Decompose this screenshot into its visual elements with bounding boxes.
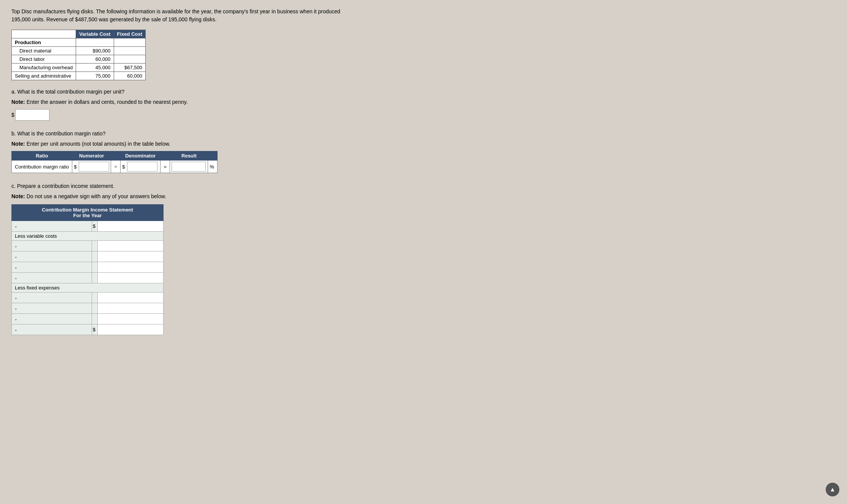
cm-ratio-result-cell — [170, 161, 208, 173]
chevron-down-icon: ⌄ — [14, 224, 17, 229]
cm-income-statement-table: Contribution Margin Income Statement For… — [11, 204, 164, 335]
mfg-overhead-fixed: $67,500 — [114, 64, 145, 72]
chevron-down-icon: ⌄ — [14, 316, 17, 321]
chevron-down-icon: ⌄ — [14, 306, 17, 311]
table-row-direct-labor: Direct labor 60,000 — [12, 55, 146, 64]
cm-total-dollar-cell: $ — [92, 324, 98, 335]
question-c-text: c. Prepare a contribution income stateme… — [11, 182, 836, 190]
cm-fixed2-input[interactable] — [100, 305, 161, 312]
direct-labor-label: Direct labor — [12, 55, 76, 64]
cm-var2-dropdown-cell[interactable]: ⌄ — [12, 251, 92, 262]
selling-admin-var: 75,000 — [76, 72, 114, 80]
cm-fixed-row-3: ⌄ — [12, 314, 164, 324]
direct-labor-var: 60,000 — [76, 55, 114, 64]
selling-admin-label: Selling and administrative — [12, 72, 76, 80]
ratio-header-denominator: Denominator — [121, 151, 161, 161]
scroll-up-button[interactable]: ▲ — [826, 483, 839, 496]
ratio-header-divider — [111, 151, 121, 161]
divider-symbol: ÷ — [111, 161, 121, 173]
table-row-cm-ratio: Contribution margin ratio $ ÷ $ = % — [12, 161, 218, 173]
cm-var3-input-cell[interactable] — [98, 262, 164, 273]
cm-var1-input[interactable] — [100, 242, 161, 250]
cm-total-input[interactable] — [100, 326, 161, 333]
cm-ratio-denominator-input[interactable] — [127, 162, 157, 172]
cm-fixed3-input[interactable] — [100, 315, 161, 323]
cm-revenue-input[interactable] — [100, 223, 161, 230]
cm-fixed1-dropdown-cell[interactable]: ⌄ — [12, 293, 92, 303]
ratio-header-numerator: Numerator — [72, 151, 111, 161]
chevron-down-icon: ⌄ — [14, 265, 17, 270]
cm-var-row-3: ⌄ — [12, 262, 164, 273]
cm-var-row-2: ⌄ — [12, 251, 164, 262]
production-fixed — [114, 38, 145, 47]
cm-var4-input[interactable] — [100, 274, 161, 281]
cm-table-header-line2: For the Year — [73, 213, 102, 218]
fixed-cost-header: Fixed Cost — [114, 30, 145, 38]
cm-var1-dropdown-cell[interactable]: ⌄ — [12, 241, 92, 251]
question-c-section: c. Prepare a contribution income stateme… — [11, 182, 836, 335]
cm-var4-input-cell[interactable] — [98, 273, 164, 283]
less-variable-costs-label: Less variable costs — [12, 232, 164, 241]
scroll-up-icon: ▲ — [830, 486, 836, 493]
direct-material-fixed — [114, 47, 145, 55]
cm-total-dropdown-cell[interactable]: ⌄ — [12, 324, 92, 335]
mfg-overhead-var: 45,000 — [76, 64, 114, 72]
cm-var4-dropdown-cell[interactable]: ⌄ — [12, 273, 92, 283]
ratio-header-equals — [161, 151, 170, 161]
cm-ratio-numerator-input[interactable] — [79, 162, 109, 172]
cm-total-input-cell[interactable] — [98, 324, 164, 335]
cm-var3-input[interactable] — [100, 264, 161, 271]
cm-revenue-row: ⌄ $ — [12, 221, 164, 232]
percent-symbol: % — [208, 161, 218, 173]
mfg-overhead-label: Manufacturing overhead — [12, 64, 76, 72]
dollar-prefix-den: $ — [122, 164, 125, 170]
chevron-down-icon: ⌄ — [14, 254, 17, 259]
cm-var1-input-cell[interactable] — [98, 241, 164, 251]
cm-fixed1-input-cell[interactable] — [98, 293, 164, 303]
chevron-down-icon: ⌄ — [14, 243, 17, 248]
cm-fixed-row-2: ⌄ — [12, 303, 164, 314]
chevron-down-icon: ⌄ — [14, 295, 17, 300]
cm-fixed1-input[interactable] — [100, 294, 161, 301]
cost-table: Variable Cost Fixed Cost Production Dire… — [11, 30, 146, 80]
table-row-direct-material: Direct material $90,000 — [12, 47, 146, 55]
question-b-note: Note: Enter per unit amounts (not total … — [11, 140, 836, 148]
cm-table-header-row: Contribution Margin Income Statement For… — [12, 205, 164, 221]
less-fixed-expenses-label: Less fixed expenses — [12, 283, 164, 293]
direct-labor-fixed — [114, 55, 145, 64]
cm-var-row-1: ⌄ — [12, 241, 164, 251]
cm-table-header-line1: Contribution Margin Income Statement — [42, 207, 133, 213]
cm-fixed3-dropdown-cell[interactable]: ⌄ — [12, 314, 92, 324]
selling-admin-fixed: 60,000 — [114, 72, 145, 80]
ratio-header-ratio: Ratio — [12, 151, 72, 161]
cm-revenue-input-cell[interactable] — [98, 221, 164, 232]
cm-fixed3-input-cell[interactable] — [98, 314, 164, 324]
chevron-down-icon: ⌄ — [14, 327, 17, 332]
cm-var3-dropdown-cell[interactable]: ⌄ — [12, 262, 92, 273]
ratio-table: Ratio Numerator Denominator Result Contr… — [11, 151, 218, 173]
cm-fixed2-dropdown-cell[interactable]: ⌄ — [12, 303, 92, 314]
production-var — [76, 38, 114, 47]
production-label: Production — [12, 38, 76, 47]
question-b-text: b. What is the contribution margin ratio… — [11, 130, 836, 138]
cm-revenue-dropdown-cell[interactable]: ⌄ — [12, 221, 92, 232]
table-row-selling-admin: Selling and administrative 75,000 60,000 — [12, 72, 146, 80]
dollar-sign-a: $ — [11, 112, 14, 118]
question-a-section: a. What is the total contribution margin… — [11, 88, 836, 121]
cm-var2-input[interactable] — [100, 253, 161, 260]
contribution-margin-per-unit-input[interactable] — [15, 109, 49, 121]
table-row-mfg-overhead: Manufacturing overhead 45,000 $67,500 — [12, 64, 146, 72]
cm-var-row-4: ⌄ — [12, 273, 164, 283]
question-a-text: a. What is the total contribution margin… — [11, 88, 836, 96]
cm-var2-input-cell[interactable] — [98, 251, 164, 262]
cm-ratio-result-input[interactable] — [172, 162, 206, 172]
cm-table-header: Contribution Margin Income Statement For… — [12, 205, 164, 221]
direct-material-var: $90,000 — [76, 47, 114, 55]
variable-cost-header: Variable Cost — [76, 30, 114, 38]
direct-material-label: Direct material — [12, 47, 76, 55]
cm-fixed2-input-cell[interactable] — [98, 303, 164, 314]
cm-ratio-denominator-cell: $ — [121, 161, 161, 173]
dollar-prefix-num: $ — [74, 164, 76, 170]
table-row-production: Production — [12, 38, 146, 47]
cm-fixed-row-1: ⌄ — [12, 293, 164, 303]
